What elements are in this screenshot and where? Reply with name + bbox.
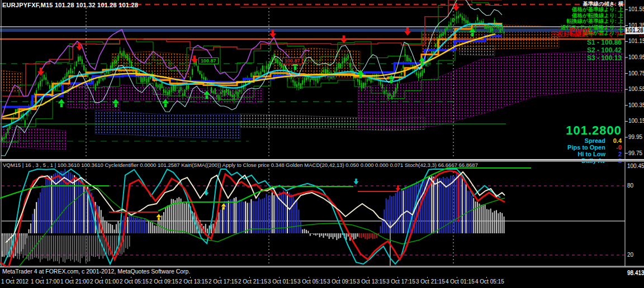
chart-symbol-ohlc: EURJPYFXF,M15 101.28 101.32 101.28 101.2… (2, 2, 138, 8)
quote-row-label: Pips to Open (567, 144, 607, 151)
indicator-scale-label: 20 (627, 252, 633, 258)
main-plot-area[interactable] (0, 0, 625, 160)
time-axis-label: 2 Oct 01:00 (90, 279, 119, 285)
time-axis-label: 3 Oct 13:15 (357, 279, 386, 285)
time-axis-label: 1 Oct 17:00 (31, 279, 60, 285)
quote-row: Hi to Low 2 (566, 151, 622, 157)
time-axis-label: 3 Oct 17:15 (386, 279, 415, 285)
time-axis-label: 1 Oct 2012 (1, 279, 29, 285)
pivot-support-levels: S1 - 100.86S2 - 100.42S3 - 100.13 (587, 39, 622, 63)
price-axis[interactable] (625, 0, 644, 266)
time-axis-label: 3 Oct 01:15 (268, 279, 297, 285)
footer-copyright: MetaTrader 4 at FOREX.com, c 2001-2012, … (2, 268, 190, 275)
quote-row: Pips to Open -0 (566, 144, 622, 151)
pivot-level: S2 - 100.42 (587, 47, 622, 54)
window-separator[interactable] (0, 159, 644, 162)
indicator-plot-area[interactable] (0, 162, 625, 266)
time-axis[interactable]: 1 Oct 20121 Oct 17:001 Oct 21:002 Oct 01… (0, 276, 644, 288)
pivot-level: S3 - 100.13 (587, 55, 622, 62)
current-price-marker: 101.28 (626, 27, 644, 34)
quote-row-value: -0 (607, 144, 622, 151)
time-axis-label: 2 Oct 05:15 (120, 279, 149, 285)
time-axis-label: 4 Oct 01:15 (446, 279, 475, 285)
indicator-info-line: VQM15 | 16 , 3 , 5 , 1 | 100.3610 100.36… (3, 162, 478, 168)
quote-row-value: 2 (607, 151, 622, 157)
time-axis-label: 1 Oct 21:00 (60, 279, 89, 285)
pivot-label: Pivot (569, 26, 590, 35)
chart-price-label: 100.87 (282, 57, 302, 64)
chart-price-label: 100.87 (198, 57, 219, 64)
current-price-big: 101.2800 (566, 124, 622, 137)
time-axis-label: 2 Oct 21:15 (238, 279, 267, 285)
time-axis-label: 2 Oct 17:15 (209, 279, 238, 285)
quote-row-value: 0.4 (607, 137, 622, 144)
indicator-scale-label: 80 (627, 183, 633, 189)
indicator-scale-min: 98.4138 (627, 270, 644, 276)
mt4-chart-window: 1 Oct 20121 Oct 17:001 Oct 21:002 Oct 01… (0, 0, 644, 288)
indicator-scale-label: 100.453 (627, 163, 644, 169)
time-axis-label: 3 Oct 21:15 (416, 279, 445, 285)
time-axis-label: 2 Oct 13:15 (179, 279, 208, 285)
pivot-level: S1 - 100.86 (587, 39, 622, 46)
time-axis-label: 3 Oct 05:15 (297, 279, 326, 285)
quote-row: Spread 0.4 (566, 137, 622, 144)
quote-panel: 101.2800 Spread 0.4Pips to Open -0Hi to … (566, 124, 622, 165)
time-axis-label: 4 Oct 05:15 (475, 279, 504, 285)
time-axis-label: 2 Oct 09:15 (149, 279, 178, 285)
time-axis-label: 3 Oct 09:15 (327, 279, 356, 285)
quote-row-label: Spread (585, 137, 607, 144)
quote-row-label: Hi to Low (577, 151, 607, 157)
